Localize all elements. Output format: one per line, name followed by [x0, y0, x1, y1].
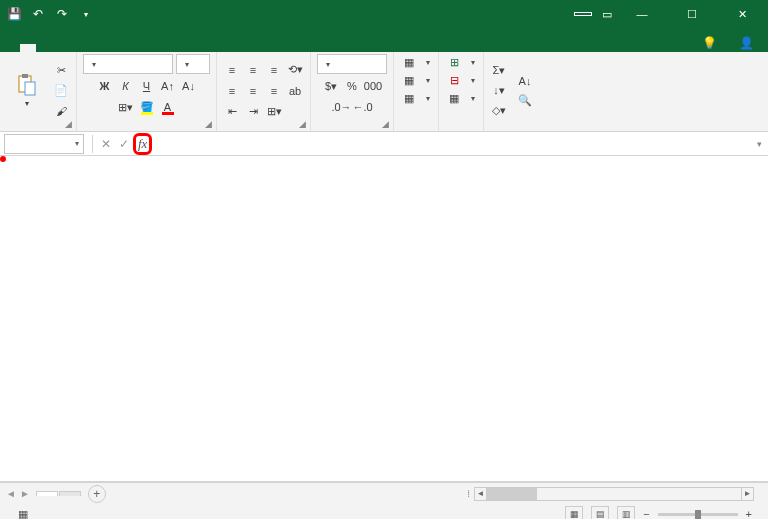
normal-view-button[interactable]: ▦: [565, 506, 583, 519]
font-name-combo[interactable]: ▾: [83, 54, 173, 74]
macro-record-icon[interactable]: ▦: [18, 508, 28, 520]
close-button[interactable]: ✕: [722, 0, 762, 28]
increase-decimal-button[interactable]: .0→: [333, 98, 351, 116]
share-icon: 👤: [739, 36, 754, 50]
scroll-split-icon[interactable]: ⁞: [467, 488, 470, 499]
tab-layout[interactable]: [52, 44, 68, 52]
insert-icon: ⊞: [447, 55, 461, 69]
align-left-button[interactable]: ≡: [223, 82, 241, 100]
name-box[interactable]: ▾: [4, 134, 84, 154]
tab-formulas[interactable]: [68, 44, 84, 52]
sort-filter-button[interactable]: A↓: [516, 72, 534, 90]
tab-help[interactable]: [148, 44, 164, 52]
horizontal-scrollbar[interactable]: ◄ ►: [474, 487, 754, 501]
format-painter-button[interactable]: 🖌: [52, 102, 70, 120]
font-color-button[interactable]: A: [159, 98, 177, 116]
ribbon-options-icon[interactable]: ▭: [602, 8, 612, 21]
format-as-table-button[interactable]: ▦▾: [400, 72, 432, 88]
cut-button[interactable]: ✂: [52, 62, 70, 80]
currency-button[interactable]: $▾: [322, 77, 340, 95]
sheet-nav: ◄ ►: [0, 488, 36, 499]
cell-styles-button[interactable]: ▦▾: [400, 90, 432, 106]
format-cells-button[interactable]: ▦▾: [445, 90, 477, 106]
lightbulb-icon: 💡: [702, 36, 717, 50]
group-cells: ⊞▾ ⊟▾ ▦▾: [439, 52, 484, 131]
scroll-thumb[interactable]: [487, 488, 537, 500]
alignment-launcher[interactable]: ◢: [299, 119, 306, 129]
clipboard-launcher[interactable]: ◢: [65, 119, 72, 129]
login-button[interactable]: [574, 12, 592, 16]
fill-button[interactable]: ↓▾: [490, 82, 508, 100]
svg-rect-2: [25, 82, 35, 95]
maximize-button[interactable]: ☐: [672, 0, 712, 28]
decrease-font-button[interactable]: A↓: [180, 77, 198, 95]
align-center-button[interactable]: ≡: [244, 82, 262, 100]
chevron-down-icon: ▾: [25, 99, 29, 108]
undo-icon[interactable]: ↶: [30, 6, 46, 22]
page-layout-view-button[interactable]: ▤: [591, 506, 609, 519]
number-launcher[interactable]: ◢: [382, 119, 389, 129]
wrap-text-button[interactable]: ab: [286, 82, 304, 100]
align-bottom-button[interactable]: ≡: [265, 61, 283, 79]
page-break-view-button[interactable]: ▥: [617, 506, 635, 519]
zoom-out-button[interactable]: −: [643, 508, 649, 519]
sheet-tab-1[interactable]: [59, 491, 81, 496]
copy-button[interactable]: 📄: [52, 82, 70, 100]
sheet-tab-0[interactable]: [36, 491, 58, 496]
bold-button[interactable]: Ж: [96, 77, 114, 95]
comma-button[interactable]: 000: [364, 77, 382, 95]
increase-indent-button[interactable]: ⇥: [244, 103, 262, 121]
qat-dropdown-icon[interactable]: ▾: [78, 6, 94, 22]
tab-developer[interactable]: [132, 44, 148, 52]
sheet-nav-prev[interactable]: ◄: [6, 488, 16, 499]
share-button[interactable]: 👤: [733, 34, 764, 52]
insert-function-button[interactable]: fx: [138, 136, 147, 151]
tab-data[interactable]: [84, 44, 100, 52]
formula-input[interactable]: [158, 134, 753, 154]
paste-button[interactable]: ▾: [6, 61, 48, 121]
tab-review[interactable]: [100, 44, 116, 52]
insert-cells-button[interactable]: ⊞▾: [445, 54, 477, 70]
conditional-formatting-button[interactable]: ▦▾: [400, 54, 432, 70]
autosum-button[interactable]: Σ▾: [490, 62, 508, 80]
percent-button[interactable]: %: [343, 77, 361, 95]
font-launcher[interactable]: ◢: [205, 119, 212, 129]
enter-formula-button[interactable]: ✓: [115, 135, 133, 153]
tab-home[interactable]: [20, 44, 36, 52]
format-icon: ▦: [447, 91, 461, 105]
borders-button[interactable]: ⊞▾: [117, 98, 135, 116]
scroll-left-button[interactable]: ◄: [475, 488, 487, 500]
number-format-combo[interactable]: ▾: [317, 54, 387, 74]
ribbon-tabs: 💡 👤: [0, 28, 768, 52]
redo-icon[interactable]: ↷: [54, 6, 70, 22]
spreadsheet-grid[interactable]: [0, 156, 768, 482]
italic-button[interactable]: К: [117, 77, 135, 95]
tab-insert[interactable]: [36, 44, 52, 52]
decrease-indent-button[interactable]: ⇤: [223, 103, 241, 121]
expand-formula-bar-button[interactable]: ▾: [757, 139, 762, 149]
add-sheet-button[interactable]: +: [88, 485, 106, 503]
tab-view[interactable]: [116, 44, 132, 52]
align-top-button[interactable]: ≡: [223, 61, 241, 79]
orientation-button[interactable]: ⟲▾: [286, 61, 304, 79]
increase-font-button[interactable]: A↑: [159, 77, 177, 95]
zoom-slider[interactable]: [658, 513, 738, 516]
align-middle-button[interactable]: ≡: [244, 61, 262, 79]
font-size-combo[interactable]: ▾: [176, 54, 210, 74]
tell-me-search[interactable]: 💡: [696, 34, 727, 52]
fill-color-button[interactable]: 🪣: [138, 98, 156, 116]
delete-cells-button[interactable]: ⊟▾: [445, 72, 477, 88]
sheet-nav-next[interactable]: ►: [20, 488, 30, 499]
clear-button[interactable]: ◇▾: [490, 102, 508, 120]
underline-button[interactable]: Ч: [138, 77, 156, 95]
decrease-decimal-button[interactable]: ←.0: [354, 98, 372, 116]
cancel-formula-button[interactable]: ✕: [97, 135, 115, 153]
find-select-button[interactable]: 🔍: [516, 92, 534, 110]
save-icon[interactable]: 💾: [6, 6, 22, 22]
scroll-right-button[interactable]: ►: [741, 488, 753, 500]
merge-button[interactable]: ⊞▾: [265, 103, 283, 121]
minimize-button[interactable]: —: [622, 0, 662, 28]
tab-file[interactable]: [4, 44, 20, 52]
zoom-in-button[interactable]: +: [746, 508, 752, 519]
align-right-button[interactable]: ≡: [265, 82, 283, 100]
